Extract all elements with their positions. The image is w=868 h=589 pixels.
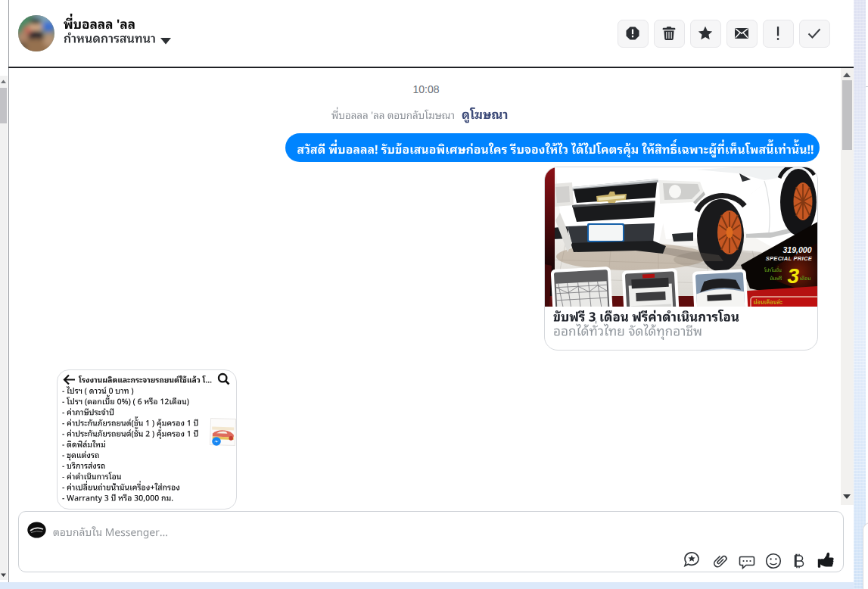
svg-text:SPECIAL PRICE: SPECIAL PRICE — [766, 255, 813, 262]
svg-text:319,000: 319,000 — [783, 245, 812, 254]
svg-text:3: 3 — [787, 264, 799, 288]
